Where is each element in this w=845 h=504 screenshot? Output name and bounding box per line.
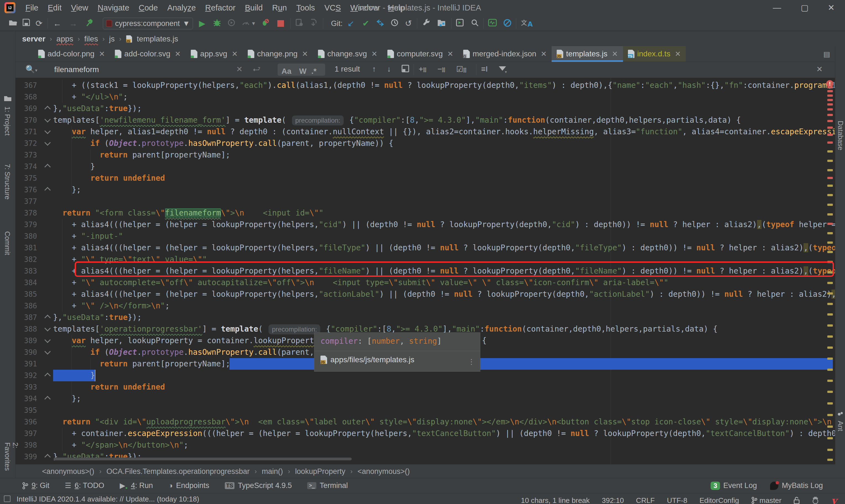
run-configuration-select[interactable]: cypress:component ▼ <box>103 18 193 29</box>
fold-marker-close[interactable] <box>45 187 51 194</box>
toolwindow--run[interactable]: ▶●4: Run <box>120 481 153 490</box>
warning-stripe-mark[interactable] <box>827 414 833 416</box>
y-plugin-icon[interactable]: y <box>831 495 837 504</box>
stripe-button-database[interactable]: Database <box>837 121 844 150</box>
toolwindow-endpoints[interactable]: ◑Endpoints <box>169 481 209 490</box>
error-stripe-mark[interactable] <box>827 90 833 92</box>
warning-stripe-mark[interactable] <box>827 282 833 284</box>
debug-icon[interactable] <box>212 19 222 28</box>
git-update-icon[interactable]: ↙ <box>346 19 356 28</box>
inspector-icon[interactable] <box>812 497 819 504</box>
fold-marker-close[interactable] <box>45 454 51 460</box>
open-in-new-window-icon[interactable] <box>295 19 304 28</box>
breadcrumb-server[interactable]: server <box>22 35 45 43</box>
close-icon[interactable]: ✕ <box>232 50 238 58</box>
fold-marker-close[interactable] <box>45 106 51 112</box>
error-stripe-mark[interactable] <box>827 177 833 179</box>
warning-stripe-mark[interactable] <box>827 449 833 451</box>
warning-stripe-mark[interactable] <box>827 391 833 393</box>
newline-icon[interactable]: ⮐ <box>253 65 261 73</box>
warning-stripe-mark[interactable] <box>827 313 833 316</box>
warning-stripe-mark[interactable] <box>827 303 833 305</box>
git-branch-widget[interactable]: master <box>751 496 781 504</box>
warning-stripe-mark[interactable] <box>827 241 833 244</box>
profiler-icon[interactable] <box>241 19 250 28</box>
menu-vcs[interactable]: VCS <box>321 2 344 14</box>
tab-templates.js[interactable]: JStemplates.js✕ <box>552 46 623 61</box>
close-icon[interactable]: ✕ <box>612 50 618 58</box>
warning-stripe-mark[interactable] <box>827 324 833 327</box>
tab-merged-index.json[interactable]: {}merged-index.json✕ <box>458 46 552 61</box>
close-icon[interactable]: ✕ <box>371 50 377 58</box>
warning-stripe-mark[interactable] <box>827 402 833 404</box>
words-toggle[interactable]: W <box>299 67 306 76</box>
fold-marker-close[interactable] <box>45 315 51 321</box>
error-stripe-mark[interactable] <box>827 127 833 129</box>
stop-icon[interactable] <box>276 19 285 28</box>
ant-icon[interactable] <box>837 411 845 417</box>
fold-marker-open[interactable] <box>45 116 51 123</box>
close-icon[interactable]: ✕ <box>447 50 453 58</box>
disable-inspection-icon[interactable] <box>503 19 512 28</box>
toolwindow-terminal[interactable]: >_Terminal <box>307 481 348 490</box>
tab-change.svg[interactable]: change.svg✕ <box>313 46 382 61</box>
add-occurrence-icon[interactable]: +⫿⫿ <box>419 65 426 73</box>
run-icon[interactable]: ▶ <box>197 19 207 28</box>
menu-navigate[interactable]: Navigate <box>95 2 132 14</box>
save-icon[interactable] <box>21 19 31 28</box>
search-in-selection-icon[interactable]: ≡I <box>481 65 488 73</box>
tab-add-color.png[interactable]: add-color.png✕ <box>33 46 110 61</box>
toolwindow-mybatis-log[interactable]: MyBatis Log <box>770 481 823 490</box>
open-icon[interactable] <box>8 19 18 28</box>
breadcrumb-js[interactable]: js <box>109 35 115 43</box>
breadcrumb-apps[interactable]: apps <box>56 35 73 43</box>
file-encoding[interactable]: UTF-8 <box>667 496 687 504</box>
search-icon[interactable]: 🔍▾ <box>25 65 37 74</box>
warning-stripe-mark[interactable] <box>827 194 833 196</box>
regex-toggle[interactable]: .* <box>311 67 317 76</box>
forward-icon[interactable]: → <box>69 19 78 28</box>
editor-breadcrumb[interactable]: main() <box>262 467 283 476</box>
toolwindow--git[interactable]: 9: Git <box>22 481 50 490</box>
remove-occurrence-icon[interactable]: −⫿⫿ <box>437 65 445 73</box>
toolwindow-typescript-4.9.5[interactable]: TSTypeScript 4.9.5 <box>225 481 292 490</box>
search-input[interactable]: filenameform <box>54 65 99 74</box>
stripe-button-1-project[interactable]: 1: Project <box>3 106 11 136</box>
next-occurrence-icon[interactable]: ↓ <box>387 65 391 73</box>
warning-stripe-mark[interactable] <box>827 150 833 152</box>
editor-breadcrumb[interactable]: <anonymous>() <box>42 467 94 476</box>
menu-file[interactable]: File <box>23 2 41 14</box>
stripe-button-commit[interactable]: Commit <box>3 231 11 255</box>
error-stripe-mark[interactable] <box>827 99 833 101</box>
warning-stripe-mark[interactable] <box>827 380 833 382</box>
warning-stripe-mark[interactable] <box>827 426 833 428</box>
popup-file-row[interactable]: JS apps/files/js/templates.js <box>320 355 414 364</box>
fold-marker-open[interactable] <box>45 140 51 146</box>
toolwindow--todo[interactable]: ☰6: TODO <box>65 481 104 490</box>
error-stripe-mark[interactable] <box>827 134 833 136</box>
search-everywhere-icon[interactable] <box>470 19 479 28</box>
git-commit-icon[interactable]: ✔ <box>361 19 371 28</box>
menu-refactor[interactable]: Refactor <box>203 2 239 14</box>
download-sources-icon[interactable] <box>309 19 318 28</box>
breadcrumb-files[interactable]: files <box>84 35 98 43</box>
warning-stripe-mark[interactable] <box>827 213 833 216</box>
history-icon[interactable] <box>390 19 399 28</box>
warning-stripe-mark[interactable] <box>827 169 833 171</box>
project-folder-icon[interactable] <box>4 95 12 102</box>
warning-stripe-mark[interactable] <box>827 368 833 371</box>
error-stripe-mark[interactable] <box>827 223 833 225</box>
settings-wrench-icon[interactable] <box>422 19 432 28</box>
menu-code[interactable]: Code <box>136 2 161 14</box>
fold-marker-open[interactable] <box>45 348 51 355</box>
errors-found-icon[interactable]: ! <box>826 80 833 87</box>
warning-stripe-mark[interactable] <box>827 232 833 234</box>
run-anything-icon[interactable] <box>455 19 464 28</box>
caret-position[interactable]: 392:10 <box>602 496 624 504</box>
coverage-icon[interactable] <box>227 19 236 28</box>
close-icon[interactable]: ✕ <box>175 50 181 58</box>
stripe-button-ant[interactable]: Ant <box>837 421 844 431</box>
fold-marker-close[interactable] <box>45 396 51 402</box>
breadcrumb-templates.js[interactable]: templates.js <box>137 35 178 43</box>
back-icon[interactable]: ← <box>53 19 62 28</box>
